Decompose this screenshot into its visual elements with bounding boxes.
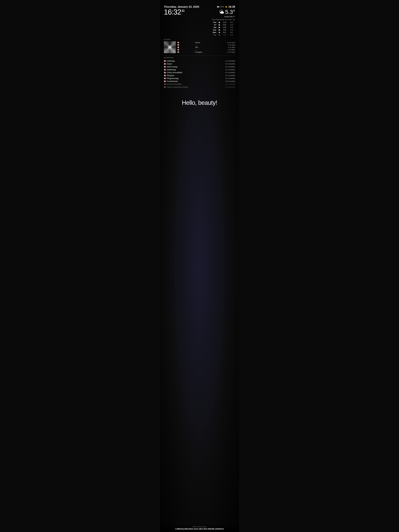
feiertage-time: In 5 months (226, 80, 235, 82)
icloud-item-time: In 4 days (228, 46, 235, 48)
feiertage-title: Christi Himmelfahrt (167, 71, 182, 74)
icloud-item-title: Bill... (195, 46, 213, 48)
datetime-block: Thursday, January 23, 2020 16:3230 (164, 5, 209, 16)
feiertage-time: In 7 months (226, 83, 235, 85)
hello-section: Hello, beauty! (164, 99, 235, 106)
feiertage-name: 📅 Pfingsten (164, 74, 174, 76)
feiertage-item: 📅 Christi Himmelfahrt In 4 months (164, 71, 235, 74)
icloud-section-label: ICLOUD (164, 39, 235, 40)
icloud-item: 📅 Bill... In 4 days (177, 46, 235, 48)
time-hours-minutes: 16:32 (164, 8, 181, 16)
icloud-item: 📅 ... In 8 days (177, 49, 235, 51)
news-headline: Lufthansa-Maschine muss über dem Atlanti… (163, 528, 236, 530)
icloud-item-title: ... (195, 49, 213, 51)
forecast-high: 6.8° (222, 24, 228, 26)
wind-speed: 3 (219, 6, 220, 8)
feiertage-cal-icon: 📅 (164, 69, 166, 71)
calendar-icon: 📅 (177, 42, 179, 43)
icloud-item-time: In 8 days (228, 49, 235, 51)
icloud-item: 📅 d Cappel... In 13 days (177, 51, 235, 53)
forecast-row: Sat 🌥 6.5° 3.9° (209, 26, 235, 29)
feiertage-title: Karfreitag (167, 60, 175, 62)
weather-top-row: 💨 3 WSW ☀️ 16:39 (209, 5, 235, 8)
forecast-icon: 🌥 (217, 29, 222, 31)
feiertage-title: Mariä Himmelfahrt (167, 83, 182, 85)
forecast-day: Sun (209, 29, 217, 31)
feiertage-item: 📅 Pfingsten In 4 months (164, 74, 235, 77)
icloud-item-title: Schnit... (195, 42, 212, 44)
feiertage-time: In 3 months (226, 66, 235, 68)
forecast-icon: 🌥 (217, 24, 222, 26)
feiertage-item: 📅 Maifeiertag In 3 months (164, 68, 235, 71)
forecast-icon: 🌥 (217, 21, 222, 24)
feiertage-list: 📅 Karfreitag In 3 months 📅 Ostern In 3 m… (164, 59, 235, 89)
feiertage-title: Ostern (167, 63, 172, 65)
feiertage-title: Ostermontag (167, 66, 177, 68)
icloud-content: 📅 Schnit... In an hour 📅 ... In 3 days 📅… (164, 41, 235, 53)
feiertage-item: 📅 Fronleichnam In 5 months (164, 80, 235, 83)
icloud-items: 📅 Schnit... In an hour 📅 ... In 3 days 📅… (177, 41, 235, 53)
forecast-day: Tue (209, 34, 217, 36)
sun-icon: ☀️ (225, 6, 227, 8)
feiertage-title: Pfingsten (167, 74, 174, 76)
time-seconds: 30 (181, 9, 184, 13)
forecast-day: Mon (209, 31, 217, 34)
weather-block: 💨 3 WSW ☀️ 16:39 🌥 5.3° Feels like 2° WE… (209, 5, 235, 36)
forecast-high: 7.2° (222, 34, 228, 36)
time-text: 16:3230 (164, 8, 209, 16)
feiertage-time: In 3 months (226, 69, 235, 71)
icloud-item-time: In an hour (227, 42, 235, 44)
calendar-icon: 📅 (177, 44, 179, 46)
forecast-day: Fri (209, 24, 217, 26)
feiertage-name: 📅 Ostern (164, 63, 172, 65)
calendar-icon: 📅 (177, 49, 179, 51)
forecast-low: 4.5 (228, 34, 235, 36)
feiertage-section-label: FEIERTAGE (164, 57, 235, 58)
feiertage-title: Fronleichnam (167, 80, 178, 82)
forecast-row: Fri 🌥 6.8° 5.4° (209, 24, 235, 26)
feiertage-name: 📅 Tag der deutschen Einheit (164, 86, 188, 88)
feiertage-cal-icon: 📅 (164, 83, 166, 85)
feiertage-cal-icon: 📅 (164, 77, 166, 79)
feiertage-title: Tag der deutschen Einheit (167, 86, 188, 88)
forecast-section: WEATHER FORECAST KIEL, DE Thu 🌥 5.3° 4.6… (209, 19, 235, 36)
screen: Thursday, January 23, 2020 16:3230 💨 3 W… (160, 0, 239, 532)
forecast-icon: 🌧 (217, 31, 222, 34)
forecast-table: Thu 🌥 5.3° 4.6° Fri 🌥 6.8° 5.4° Sat 🌥 6.… (209, 21, 235, 36)
icloud-item-title: d Cappel... (195, 51, 212, 53)
calendar-icon: 📅 (177, 51, 179, 53)
news-footer: Welt, 32 minutes ago: Lufthansa-Maschine… (160, 524, 239, 532)
feiertage-cal-icon: 📅 (164, 80, 166, 82)
feiertage-time: In 4 months (226, 74, 235, 76)
forecast-title: WEATHER FORECAST KIEL, DE (209, 19, 235, 20)
feiertage-item: 📅 Ostermontag In 3 months (164, 65, 235, 68)
feiertage-cal-icon: 📅 (164, 86, 166, 88)
feiertage-title: Maifeiertag (167, 69, 176, 71)
forecast-row: Sun 🌥 4.4° 1.3° (209, 29, 235, 31)
feiertage-section: FEIERTAGE 📅 Karfreitag In 3 months 📅 Ost… (164, 57, 235, 89)
forecast-high: 4.4° (222, 29, 228, 31)
forecast-high: 5.3° (222, 21, 228, 24)
album-art-inner (164, 41, 176, 53)
feiertage-cal-icon: 📅 (164, 66, 166, 68)
forecast-low: 3.9° (228, 26, 235, 29)
forecast-low: 5.4° (228, 24, 235, 26)
feels-like: Feels like 2° (209, 15, 235, 18)
forecast-day: Sat (209, 26, 217, 29)
feiertage-time: In 8 months (226, 86, 235, 88)
calendar-icon: 📅 (177, 46, 179, 48)
forecast-high: 6.5° (222, 26, 228, 29)
feiertage-item: 📅 Mariä Himmelfahrt In 7 months (164, 83, 235, 86)
feiertage-cal-icon: 📅 (164, 60, 166, 62)
feiertage-name: 📅 Mariä Himmelfahrt (164, 83, 182, 85)
feiertage-time: In 3 months (226, 60, 235, 62)
feiertage-name: 📅 Karfreitag (164, 60, 175, 62)
forecast-row: Mon 🌧 8.1° 5.2° (209, 31, 235, 34)
feiertage-item: 📅 Karfreitag In 3 months (164, 59, 235, 62)
forecast-icon: 🌥 (217, 26, 222, 29)
feiertage-name: 📅 Pfingstmontag (164, 77, 178, 79)
feiertage-name: 📅 Christi Himmelfahrt (164, 71, 182, 74)
icloud-item: 📅 Schnit... In an hour (177, 42, 235, 44)
weather-time: 16:39 (228, 5, 235, 8)
album-art (164, 41, 176, 53)
